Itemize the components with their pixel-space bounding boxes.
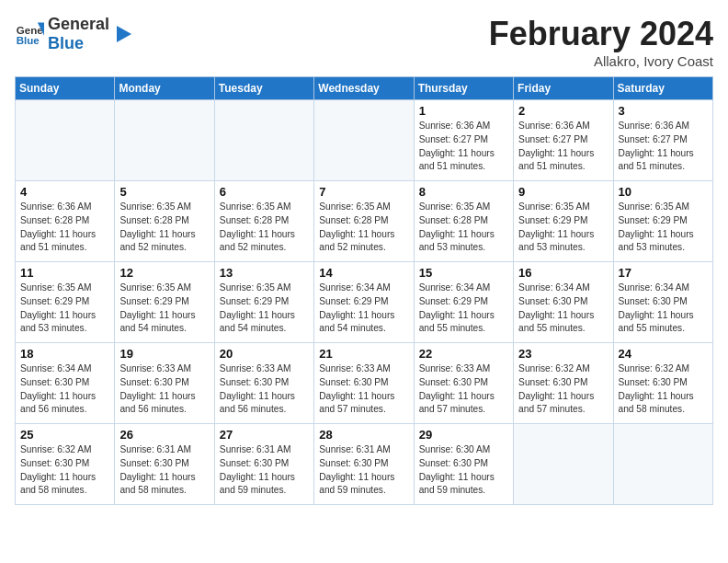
calendar-cell: 28Sunrise: 6:31 AM Sunset: 6:30 PM Dayli… [314, 424, 414, 505]
day-info: Sunrise: 6:36 AM Sunset: 6:27 PM Dayligh… [619, 120, 708, 174]
calendar-cell: 25Sunrise: 6:32 AM Sunset: 6:30 PM Dayli… [16, 424, 115, 505]
day-number: 13 [220, 266, 309, 280]
weekday-saturday: Saturday [613, 77, 712, 100]
day-info: Sunrise: 6:35 AM Sunset: 6:29 PM Dayligh… [220, 282, 309, 336]
calendar-cell [16, 100, 115, 181]
day-number: 19 [119, 347, 209, 361]
calendar-cell: 8Sunrise: 6:35 AM Sunset: 6:28 PM Daylig… [414, 181, 513, 262]
day-number: 3 [619, 104, 708, 118]
calendar-cell: 21Sunrise: 6:33 AM Sunset: 6:30 PM Dayli… [314, 343, 414, 424]
weekday-sunday: Sunday [16, 77, 115, 100]
calendar-cell: 12Sunrise: 6:35 AM Sunset: 6:29 PM Dayli… [115, 262, 214, 343]
calendar-body: 1Sunrise: 6:36 AM Sunset: 6:27 PM Daylig… [16, 100, 713, 505]
logo-general: General [48, 15, 109, 34]
logo: General Blue General Blue [15, 15, 133, 52]
calendar-cell [514, 424, 613, 505]
day-info: Sunrise: 6:31 AM Sunset: 6:30 PM Dayligh… [119, 443, 209, 498]
day-info: Sunrise: 6:36 AM Sunset: 6:27 PM Dayligh… [518, 120, 608, 174]
calendar-cell: 19Sunrise: 6:33 AM Sunset: 6:30 PM Dayli… [115, 343, 214, 424]
day-number: 20 [220, 347, 309, 361]
calendar-week-0: 1Sunrise: 6:36 AM Sunset: 6:27 PM Daylig… [16, 100, 713, 181]
calendar-cell [613, 424, 712, 505]
day-number: 17 [619, 266, 708, 280]
calendar-cell: 18Sunrise: 6:34 AM Sunset: 6:30 PM Dayli… [16, 343, 115, 424]
page-header: General Blue General Blue February 2024 … [15, 15, 713, 69]
day-info: Sunrise: 6:35 AM Sunset: 6:28 PM Dayligh… [119, 201, 209, 255]
weekday-thursday: Thursday [414, 77, 513, 100]
calendar-cell: 23Sunrise: 6:32 AM Sunset: 6:30 PM Dayli… [514, 343, 613, 424]
logo-arrow-icon [113, 24, 133, 44]
calendar-cell: 7Sunrise: 6:35 AM Sunset: 6:28 PM Daylig… [314, 181, 414, 262]
day-number: 18 [20, 347, 109, 361]
day-number: 10 [619, 185, 708, 199]
day-info: Sunrise: 6:35 AM Sunset: 6:29 PM Dayligh… [20, 282, 109, 336]
calendar-cell: 5Sunrise: 6:35 AM Sunset: 6:28 PM Daylig… [115, 181, 214, 262]
day-number: 23 [518, 347, 608, 361]
calendar-cell: 27Sunrise: 6:31 AM Sunset: 6:30 PM Dayli… [214, 424, 313, 505]
day-number: 26 [119, 428, 209, 442]
svg-text:Blue: Blue [17, 34, 40, 45]
day-info: Sunrise: 6:32 AM Sunset: 6:30 PM Dayligh… [619, 362, 708, 417]
calendar-cell: 9Sunrise: 6:35 AM Sunset: 6:29 PM Daylig… [514, 181, 613, 262]
day-info: Sunrise: 6:33 AM Sunset: 6:30 PM Dayligh… [319, 362, 408, 417]
day-number: 29 [419, 428, 508, 442]
calendar-cell: 14Sunrise: 6:34 AM Sunset: 6:29 PM Dayli… [314, 262, 414, 343]
calendar-cell: 10Sunrise: 6:35 AM Sunset: 6:29 PM Dayli… [613, 181, 712, 262]
calendar-cell: 17Sunrise: 6:34 AM Sunset: 6:30 PM Dayli… [613, 262, 712, 343]
calendar-cell: 26Sunrise: 6:31 AM Sunset: 6:30 PM Dayli… [115, 424, 214, 505]
day-info: Sunrise: 6:33 AM Sunset: 6:30 PM Dayligh… [220, 362, 309, 417]
weekday-header-row: SundayMondayTuesdayWednesdayThursdayFrid… [16, 77, 713, 100]
day-number: 22 [419, 347, 508, 361]
day-info: Sunrise: 6:35 AM Sunset: 6:28 PM Dayligh… [220, 201, 309, 255]
calendar-cell: 16Sunrise: 6:34 AM Sunset: 6:30 PM Dayli… [514, 262, 613, 343]
day-info: Sunrise: 6:36 AM Sunset: 6:27 PM Dayligh… [419, 120, 508, 174]
day-info: Sunrise: 6:35 AM Sunset: 6:29 PM Dayligh… [119, 282, 209, 336]
day-info: Sunrise: 6:31 AM Sunset: 6:30 PM Dayligh… [319, 443, 408, 498]
day-number: 9 [518, 185, 608, 199]
calendar-cell: 24Sunrise: 6:32 AM Sunset: 6:30 PM Dayli… [613, 343, 712, 424]
calendar-cell [214, 100, 313, 181]
calendar-cell: 4Sunrise: 6:36 AM Sunset: 6:28 PM Daylig… [16, 181, 115, 262]
day-number: 7 [319, 185, 408, 199]
day-info: Sunrise: 6:34 AM Sunset: 6:30 PM Dayligh… [20, 362, 109, 417]
day-info: Sunrise: 6:33 AM Sunset: 6:30 PM Dayligh… [119, 362, 209, 417]
day-number: 5 [119, 185, 209, 199]
day-number: 6 [220, 185, 309, 199]
day-info: Sunrise: 6:30 AM Sunset: 6:30 PM Dayligh… [419, 443, 508, 498]
calendar-cell [115, 100, 214, 181]
calendar-cell: 15Sunrise: 6:34 AM Sunset: 6:29 PM Dayli… [414, 262, 513, 343]
day-number: 2 [518, 104, 608, 118]
logo-blue: Blue [48, 34, 109, 53]
day-info: Sunrise: 6:35 AM Sunset: 6:29 PM Dayligh… [518, 201, 608, 255]
day-info: Sunrise: 6:32 AM Sunset: 6:30 PM Dayligh… [20, 443, 109, 498]
svg-marker-3 [117, 26, 131, 42]
calendar-cell: 13Sunrise: 6:35 AM Sunset: 6:29 PM Dayli… [214, 262, 313, 343]
day-number: 8 [419, 185, 508, 199]
calendar-cell: 6Sunrise: 6:35 AM Sunset: 6:28 PM Daylig… [214, 181, 313, 262]
day-info: Sunrise: 6:33 AM Sunset: 6:30 PM Dayligh… [419, 362, 508, 417]
day-number: 1 [419, 104, 508, 118]
location: Allakro, Ivory Coast [489, 53, 713, 69]
day-number: 28 [319, 428, 408, 442]
weekday-tuesday: Tuesday [214, 77, 313, 100]
day-number: 27 [220, 428, 309, 442]
calendar-week-4: 25Sunrise: 6:32 AM Sunset: 6:30 PM Dayli… [16, 424, 713, 505]
day-number: 11 [20, 266, 109, 280]
day-number: 4 [20, 185, 109, 199]
day-info: Sunrise: 6:34 AM Sunset: 6:30 PM Dayligh… [518, 282, 608, 336]
day-info: Sunrise: 6:35 AM Sunset: 6:28 PM Dayligh… [419, 201, 508, 255]
day-number: 12 [119, 266, 209, 280]
calendar-cell: 20Sunrise: 6:33 AM Sunset: 6:30 PM Dayli… [214, 343, 313, 424]
day-info: Sunrise: 6:34 AM Sunset: 6:29 PM Dayligh… [419, 282, 508, 336]
calendar-table: SundayMondayTuesdayWednesdayThursdayFrid… [15, 76, 713, 505]
day-number: 16 [518, 266, 608, 280]
day-info: Sunrise: 6:34 AM Sunset: 6:29 PM Dayligh… [319, 282, 408, 336]
day-info: Sunrise: 6:31 AM Sunset: 6:30 PM Dayligh… [220, 443, 309, 498]
logo-icon: General Blue [15, 19, 44, 49]
calendar-cell: 2Sunrise: 6:36 AM Sunset: 6:27 PM Daylig… [514, 100, 613, 181]
title-block: February 2024 Allakro, Ivory Coast [489, 15, 713, 69]
calendar-week-3: 18Sunrise: 6:34 AM Sunset: 6:30 PM Dayli… [16, 343, 713, 424]
weekday-monday: Monday [115, 77, 214, 100]
calendar-week-1: 4Sunrise: 6:36 AM Sunset: 6:28 PM Daylig… [16, 181, 713, 262]
day-info: Sunrise: 6:32 AM Sunset: 6:30 PM Dayligh… [518, 362, 608, 417]
